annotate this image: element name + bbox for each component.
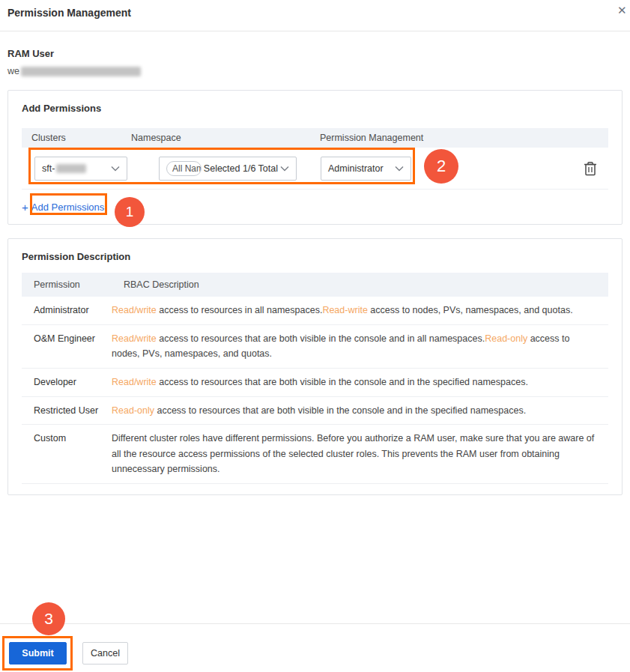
permission-description-rows: Administrator Read/write access to resou… [22,297,608,484]
delete-row-button[interactable] [583,160,599,178]
step-badge-3: 3 [32,602,65,635]
ram-user-value: we [7,66,623,76]
submit-button[interactable]: Submit [9,642,67,665]
add-permissions-title: Add Permissions [22,103,608,114]
add-permissions-card: Add Permissions Clusters Namespace Permi… [7,90,623,225]
redacted-cluster-name [56,164,86,173]
permission-description-card: Permission Description Permission RBAC D… [7,238,623,495]
column-header-rbac-description: RBAC Description [124,279,608,290]
chevron-down-icon [111,166,120,172]
column-header-clusters: Clusters [31,133,131,143]
footer-divider [0,623,630,624]
permission-role-select[interactable]: Administrator [321,157,411,181]
page-title: Permission Management [7,7,131,19]
trash-icon [583,160,599,177]
close-icon[interactable]: ✕ [617,4,627,17]
permission-name: Restricted User [22,403,112,419]
permission-desc: Read/write access to resources that are … [112,375,608,390]
namespace-selected-count: Selected 1/6 Total [204,163,278,174]
permission-management-dialog: Permission Management ✕ RAM User we Add … [0,0,630,672]
table-row: O&M Engineer Read/write access to resour… [22,325,608,369]
add-permissions-link[interactable]: + Add Permissions [22,201,104,214]
ram-user-label: RAM User [7,48,623,59]
table-row: Custom Different cluster roles have diff… [22,425,608,484]
namespace-select[interactable]: All Nam Selected 1/6 Total [159,157,297,181]
ram-user-value-prefix: we [7,66,19,76]
table-row: sft- All Nam Selected 1/6 Total Administ… [22,148,608,190]
ram-user-section: RAM User we [0,31,630,76]
clusters-select[interactable]: sft- [34,157,127,181]
permission-name: Administrator [22,303,112,318]
permission-description-table-header: Permission RBAC Description [22,273,608,297]
permission-name: Developer [22,375,112,390]
add-permissions-link-label: Add Permissions [31,202,105,213]
column-header-permission: Permission [34,279,124,290]
permission-description-title: Permission Description [22,251,608,262]
column-header-permission-management: Permission Management [320,133,608,143]
permission-desc: Read/write access to resources that are … [112,331,608,362]
cancel-button[interactable]: Cancel [82,642,128,665]
column-header-namespace: Namespace [131,133,320,143]
dialog-header: Permission Management ✕ [0,0,630,31]
cluster-name-prefix: sft- [42,163,55,174]
add-permissions-row: + Add Permissions [22,190,608,224]
table-row: Developer Read/write access to resources… [22,369,608,397]
chevron-down-icon [395,166,404,172]
redacted-username [21,67,141,76]
table-row: Administrator Read/write access to resou… [22,297,608,325]
add-permissions-table-header: Clusters Namespace Permission Management [22,128,608,148]
permission-name: O&M Engineer [22,331,112,362]
plus-icon: + [22,201,28,214]
permission-desc: Read-only access to resources that are b… [112,403,608,419]
permission-name: Custom [22,431,112,477]
namespace-tag: All Nam [166,161,202,176]
permission-desc: Read/write access to resources in all na… [112,303,608,318]
permission-role-value: Administrator [328,163,384,174]
chevron-down-icon [280,166,289,172]
permission-desc: Different cluster roles have different p… [112,431,608,477]
table-row: Restricted User Read-only access to reso… [22,397,608,426]
